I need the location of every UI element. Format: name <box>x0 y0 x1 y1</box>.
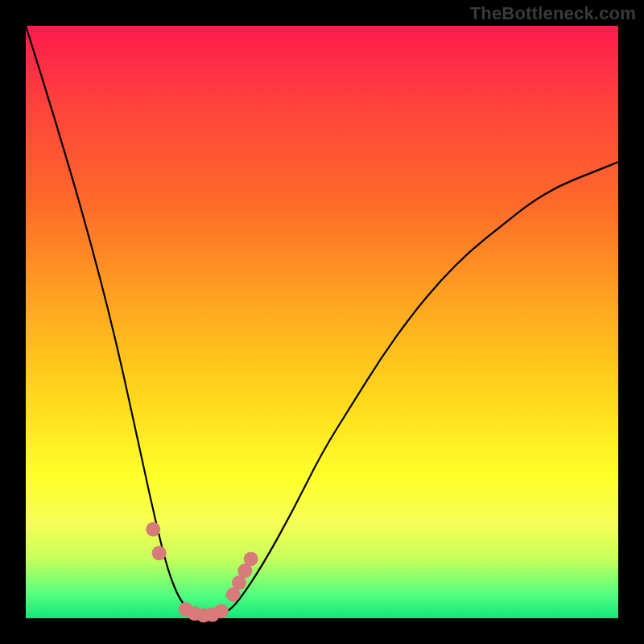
plot-area <box>26 26 618 618</box>
curve-markers <box>146 522 258 623</box>
curve-marker <box>146 522 160 537</box>
curve-marker <box>214 604 229 618</box>
watermark-text: TheBottleneck.com <box>470 3 636 24</box>
curve-layer <box>26 26 618 618</box>
bottleneck-curve <box>26 26 618 618</box>
curve-marker <box>152 546 167 560</box>
curve-marker <box>244 551 258 566</box>
chart-frame: TheBottleneck.com <box>0 0 644 644</box>
